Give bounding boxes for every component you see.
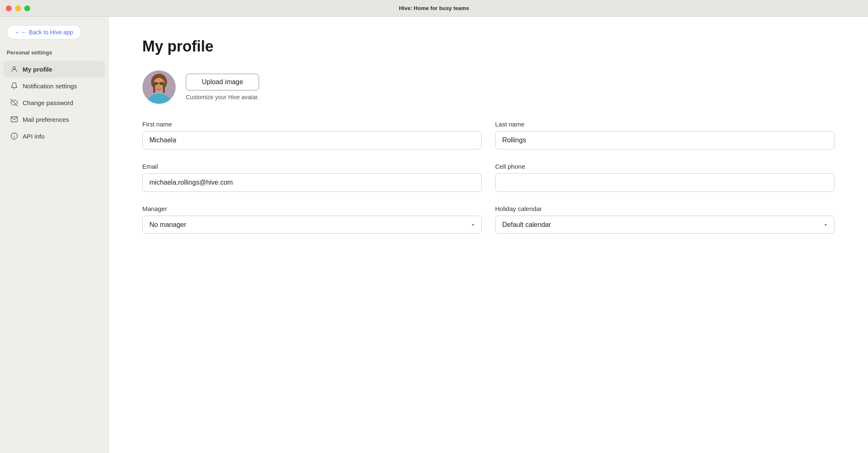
- page-title: My profile: [142, 38, 835, 55]
- sidebar-item-api-info[interactable]: API info: [3, 128, 105, 144]
- window-title: Hive: Home for busy teams: [399, 5, 469, 11]
- sidebar-item-mail-preferences[interactable]: Mail preferences: [3, 111, 105, 128]
- manager-label: Manager: [142, 205, 482, 212]
- main-content: My profile: [109, 17, 868, 453]
- cell-phone-field: Cell phone: [495, 163, 835, 192]
- holiday-calendar-label: Holiday calendar: [495, 205, 835, 212]
- manager-row: Manager No manager Holiday calendar Defa…: [142, 205, 835, 234]
- minimize-button[interactable]: [15, 5, 21, 11]
- name-row: First name Last name: [142, 121, 835, 149]
- manager-field: Manager No manager: [142, 205, 482, 234]
- upload-image-button[interactable]: Upload image: [186, 74, 259, 90]
- svg-point-13: [158, 86, 160, 88]
- sidebar-item-label: Notification settings: [23, 82, 77, 90]
- title-bar: Hive: Home for busy teams: [0, 0, 868, 17]
- avatar-section: Upload image Customize your Hive avatar.: [142, 70, 835, 104]
- sidebar-item-label: Change password: [23, 99, 73, 106]
- sidebar-item-notification-settings[interactable]: Notification settings: [3, 77, 105, 94]
- person-icon: [10, 65, 18, 73]
- avatar: [142, 70, 176, 104]
- cell-phone-label: Cell phone: [495, 163, 835, 170]
- manager-select[interactable]: No manager: [142, 216, 482, 234]
- last-name-label: Last name: [495, 121, 835, 128]
- info-icon: [10, 132, 18, 140]
- contact-row: Email Cell phone: [142, 163, 835, 192]
- back-arrow-icon: ←: [15, 29, 21, 36]
- sidebar-item-label: Mail preferences: [23, 116, 69, 123]
- sidebar-section-label: Personal settings: [0, 49, 108, 61]
- email-label: Email: [142, 163, 482, 170]
- profile-form: First name Last name Email Cell phone: [142, 121, 835, 234]
- sidebar: ← ← Back to Hive app Personal settings M…: [0, 17, 109, 453]
- sidebar-item-my-profile[interactable]: My profile: [3, 61, 105, 77]
- mail-icon: [10, 115, 18, 124]
- first-name-label: First name: [142, 121, 482, 128]
- bell-icon: [10, 82, 18, 90]
- avatar-caption: Customize your Hive avatar.: [186, 94, 259, 100]
- sidebar-item-change-password[interactable]: Change password: [3, 94, 105, 111]
- back-to-hive-button[interactable]: ← ← Back to Hive app: [7, 25, 81, 39]
- email-field: Email: [142, 163, 482, 192]
- last-name-field: Last name: [495, 121, 835, 149]
- email-input[interactable]: [142, 173, 482, 192]
- svg-rect-15: [163, 84, 165, 93]
- back-button-label: ← Back to Hive app: [21, 29, 73, 36]
- close-button[interactable]: [6, 5, 12, 11]
- svg-rect-14: [153, 84, 155, 93]
- sidebar-item-label: API info: [23, 133, 45, 140]
- first-name-field: First name: [142, 121, 482, 149]
- window-controls: [6, 5, 30, 11]
- sidebar-nav: My profile Notification settings: [0, 61, 108, 144]
- sidebar-item-label: My profile: [23, 66, 52, 73]
- avatar-info: Upload image Customize your Hive avatar.: [186, 74, 259, 100]
- eye-slash-icon: [10, 98, 18, 107]
- svg-point-0: [13, 67, 15, 69]
- cell-phone-input[interactable]: [495, 173, 835, 192]
- app-layout: ← ← Back to Hive app Personal settings M…: [0, 17, 868, 453]
- holiday-calendar-field: Holiday calendar Default calendar: [495, 205, 835, 234]
- holiday-calendar-select[interactable]: Default calendar: [495, 216, 835, 234]
- first-name-input[interactable]: [142, 131, 482, 149]
- last-name-input[interactable]: [495, 131, 835, 149]
- maximize-button[interactable]: [24, 5, 30, 11]
